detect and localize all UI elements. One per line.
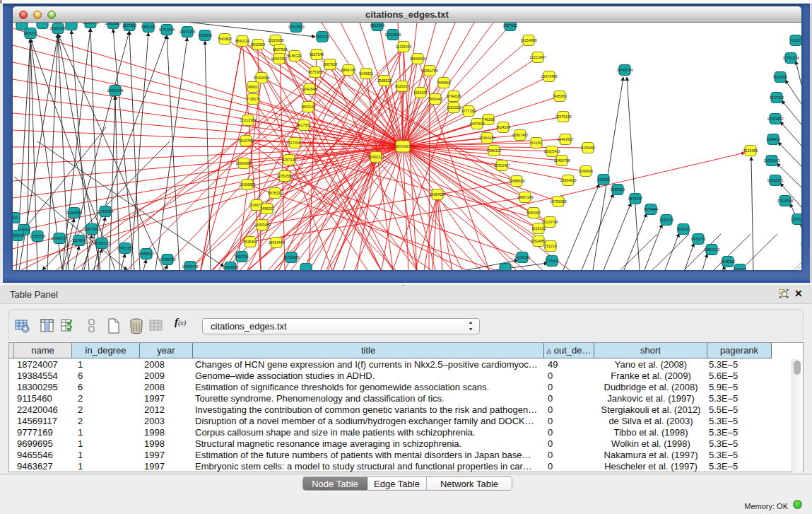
svg-text:19166825: 19166825 (239, 182, 255, 187)
svg-text:18724007: 18724007 (394, 144, 411, 148)
svg-text:8454749: 8454749 (341, 68, 355, 72)
svg-text:9827508: 9827508 (273, 47, 287, 52)
svg-text:62160: 62160 (531, 141, 542, 145)
svg-text:9227342: 9227342 (770, 95, 784, 100)
svg-text:7357224: 7357224 (315, 35, 329, 39)
svg-text:16210643: 16210643 (763, 158, 779, 163)
svg-text:8938923: 8938923 (611, 187, 625, 192)
svg-text:12093822: 12093822 (767, 117, 783, 121)
svg-text:5878332: 5878332 (268, 191, 282, 195)
svg-text:1167534: 1167534 (791, 217, 801, 221)
svg-text:1588520: 1588520 (377, 78, 392, 83)
svg-text:1244415: 1244415 (766, 137, 780, 141)
svg-text:14136141: 14136141 (514, 255, 530, 259)
svg-text:6497508: 6497508 (470, 122, 484, 126)
svg-text:14463627: 14463627 (557, 137, 573, 141)
svg-text:8931: 8931 (13, 216, 18, 220)
svg-text:11325419: 11325419 (396, 45, 412, 49)
svg-text:15692971: 15692971 (767, 178, 783, 182)
svg-text:9084067: 9084067 (526, 211, 541, 215)
svg-text:1405571: 1405571 (23, 31, 37, 35)
svg-text:20206556: 20206556 (66, 211, 82, 215)
svg-text:3675685: 3675685 (308, 70, 322, 74)
svg-text:8427552: 8427552 (297, 123, 311, 127)
svg-text:18924502: 18924502 (222, 265, 238, 269)
svg-text:18807249: 18807249 (517, 195, 533, 199)
svg-text:12923448: 12923448 (182, 264, 198, 269)
svg-text:15300213: 15300213 (367, 155, 384, 159)
svg-text:14099489: 14099489 (254, 223, 270, 227)
svg-text:2718176: 2718176 (246, 97, 260, 101)
svg-text:8813054: 8813054 (370, 23, 384, 28)
svg-text:13654923: 13654923 (560, 178, 576, 182)
svg-text:8912954: 8912954 (251, 42, 265, 47)
svg-text:9115460: 9115460 (581, 146, 595, 150)
svg-text:7986322: 7986322 (487, 148, 501, 153)
svg-text:15716485: 15716485 (283, 255, 299, 259)
svg-text:10543362: 10543362 (271, 57, 287, 61)
svg-text:16120746: 16120746 (541, 220, 558, 224)
svg-text:7955812: 7955812 (437, 81, 451, 85)
svg-text:9777169: 9777169 (461, 109, 476, 113)
svg-text:98901: 98901 (248, 85, 259, 89)
svg-text:16961758: 16961758 (421, 69, 437, 73)
svg-text:10973493: 10973493 (541, 74, 557, 78)
svg-text:2935134: 2935134 (659, 218, 673, 222)
svg-text:12975125: 12975125 (555, 115, 571, 119)
svg-text:1527602: 1527602 (122, 23, 136, 28)
svg-text:2087682: 2087682 (503, 23, 517, 28)
svg-text:164095: 164095 (597, 177, 609, 182)
svg-text:16782759: 16782759 (159, 257, 175, 262)
svg-text:16648784: 16648784 (616, 68, 632, 72)
svg-text:9146821: 9146821 (359, 71, 373, 76)
svg-text:10654122: 10654122 (703, 247, 719, 252)
svg-text:1621022: 1621022 (447, 105, 461, 110)
svg-text:16154808: 16154808 (520, 38, 536, 42)
svg-text:8215955: 8215955 (743, 148, 758, 153)
svg-text:12213383: 12213383 (240, 118, 256, 122)
svg-text:10025433: 10025433 (543, 149, 560, 153)
svg-text:9527546: 9527546 (310, 52, 324, 57)
svg-text:1615132: 1615132 (531, 226, 546, 230)
svg-text:8660124: 8660124 (235, 39, 249, 43)
svg-text:10653387: 10653387 (105, 23, 121, 25)
svg-text:20091406: 20091406 (49, 26, 66, 30)
svg-text:20364436: 20364436 (478, 136, 495, 140)
svg-text:10958137: 10958137 (138, 252, 154, 256)
svg-text:10807487: 10807487 (512, 133, 528, 137)
svg-text:12353594: 12353594 (276, 174, 293, 178)
svg-text:8322037: 8322037 (395, 84, 409, 88)
svg-text:6879197: 6879197 (628, 197, 642, 201)
svg-text:9474444: 9474444 (644, 207, 658, 211)
svg-text:15720407: 15720407 (493, 163, 510, 168)
svg-text:12505135: 12505135 (93, 241, 110, 245)
svg-text:12942737: 12942737 (51, 236, 67, 240)
svg-text:3498222: 3498222 (260, 206, 274, 211)
svg-text:16033809: 16033809 (288, 25, 304, 29)
svg-text:17957255: 17957255 (117, 246, 133, 250)
svg-text:13524851: 13524851 (530, 239, 546, 243)
svg-text:1099695: 1099695 (579, 169, 593, 173)
svg-text:22420046: 22420046 (253, 76, 269, 80)
svg-text:9245052: 9245052 (721, 259, 735, 264)
svg-text:2867608: 2867608 (323, 62, 337, 66)
svg-text:924501: 924501 (734, 267, 746, 270)
svg-text:10975887: 10975887 (83, 227, 100, 231)
svg-text:117006: 117006 (289, 141, 301, 145)
svg-text:939149: 939149 (13, 233, 24, 238)
svg-text:20053346: 20053346 (107, 88, 123, 93)
svg-text:19756928: 19756928 (550, 199, 566, 204)
svg-text:19218506: 19218506 (384, 33, 401, 37)
svg-text:7625402: 7625402 (243, 240, 257, 244)
svg-text:11156829: 11156829 (30, 234, 45, 238)
svg-text:15495758: 15495758 (553, 158, 570, 163)
svg-text:10688609: 10688609 (508, 179, 524, 183)
svg-text:10719155: 10719155 (158, 28, 175, 32)
svg-text:12213967: 12213967 (529, 55, 546, 59)
svg-text:16914479: 16914479 (268, 240, 284, 245)
svg-text:7485063: 7485063 (553, 94, 567, 98)
svg-text:7515546: 7515546 (198, 33, 212, 37)
svg-text:9242848: 9242848 (302, 87, 317, 91)
svg-text:8471676: 8471676 (691, 237, 705, 241)
svg-text:9794028: 9794028 (447, 94, 461, 98)
